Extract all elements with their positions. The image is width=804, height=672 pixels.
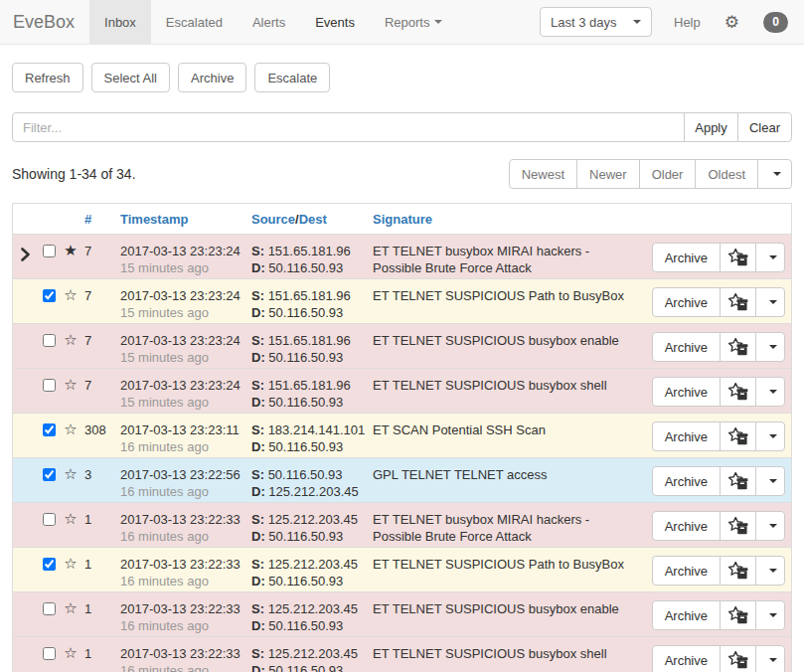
event-row[interactable]: ★ 7 2017-03-13 23:23:24 15 minutes ago S…: [13, 234, 791, 278]
navbar-right: Last 3 days Help ⚙ 0: [540, 0, 804, 44]
help-link[interactable]: Help: [674, 15, 701, 30]
relative-time: 15 minutes ago: [120, 259, 245, 276]
escalate-archive-button[interactable]: [720, 600, 756, 630]
escalate-archive-button[interactable]: [720, 377, 756, 407]
star-icon[interactable]: ☆: [61, 324, 82, 368]
row-select-checkbox[interactable]: [43, 334, 56, 347]
escalate-archive-button[interactable]: [720, 645, 756, 672]
apply-button[interactable]: Apply: [684, 112, 738, 142]
archive-button[interactable]: Archive: [652, 466, 721, 496]
sort-more-button[interactable]: [757, 159, 792, 189]
row-actions: Archive: [647, 637, 791, 672]
header-signature[interactable]: Signature: [371, 204, 647, 234]
escalate-archive-button[interactable]: [720, 421, 756, 451]
event-row[interactable]: ☆ 308 2017-03-13 23:23:11 16 minutes ago…: [13, 413, 791, 457]
archive-button[interactable]: Archive: [178, 63, 246, 92]
star-icon[interactable]: ☆: [61, 548, 82, 591]
archive-button[interactable]: Archive: [652, 287, 721, 317]
star-archive-icon: [727, 248, 748, 267]
row-select-checkbox[interactable]: [43, 245, 56, 257]
archive-button[interactable]: Archive: [652, 421, 721, 451]
row-more-button[interactable]: [755, 600, 785, 630]
archive-button[interactable]: Archive: [652, 243, 721, 272]
event-count-badge[interactable]: 0: [763, 12, 788, 33]
star-icon[interactable]: ☆: [61, 637, 82, 672]
header-timestamp[interactable]: Timestamp: [118, 204, 249, 234]
dest-label: D:: [251, 305, 265, 320]
escalate-archive-button[interactable]: [720, 511, 756, 541]
escalate-archive-button[interactable]: [720, 556, 756, 586]
archive-button[interactable]: Archive: [652, 511, 721, 541]
nav-item-reports[interactable]: Reports: [370, 0, 458, 44]
row-select-checkbox[interactable]: [43, 558, 56, 571]
star-icon[interactable]: ☆: [61, 279, 82, 323]
refresh-button[interactable]: Refresh: [12, 63, 83, 92]
event-row[interactable]: ☆ 7 2017-03-13 23:23:24 15 minutes ago S…: [13, 323, 791, 368]
sort-older-button[interactable]: Older: [639, 159, 697, 189]
select-all-button[interactable]: Select All: [91, 63, 170, 92]
app-brand[interactable]: EveBox: [0, 0, 89, 44]
row-more-button[interactable]: [755, 645, 785, 672]
row-more-button[interactable]: [755, 511, 785, 541]
event-row[interactable]: ☆ 1 2017-03-13 23:22:33 16 minutes ago S…: [13, 502, 791, 547]
archive-button[interactable]: Archive: [652, 377, 721, 407]
star-icon[interactable]: ☆: [61, 369, 82, 413]
timestamp-cell: 2017-03-13 23:22:33 16 minutes ago: [118, 637, 249, 672]
row-select-checkbox[interactable]: [43, 379, 56, 392]
archive-button[interactable]: Archive: [652, 556, 721, 586]
star-icon[interactable]: ☆: [61, 414, 82, 457]
nav-item-alerts[interactable]: Alerts: [238, 0, 300, 44]
archive-button[interactable]: Archive: [652, 600, 721, 630]
event-row[interactable]: ☆ 1 2017-03-13 23:22:33 16 minutes ago S…: [13, 547, 791, 591]
dest-ip: 50.116.50.93: [268, 395, 343, 410]
event-row[interactable]: ☆ 1 2017-03-13 23:22:33 16 minutes ago S…: [13, 591, 791, 636]
row-select-checkbox[interactable]: [43, 423, 56, 436]
nav-item-escalated[interactable]: Escalated: [151, 0, 238, 44]
row-more-button[interactable]: [755, 556, 785, 586]
clear-button[interactable]: Clear: [737, 112, 792, 142]
star-icon[interactable]: ★: [61, 235, 82, 278]
time-range-select[interactable]: Last 3 days: [540, 7, 652, 37]
star-icon[interactable]: ☆: [61, 503, 82, 547]
dest-label: D:: [251, 484, 265, 499]
row-more-button[interactable]: [755, 243, 785, 272]
filter-input[interactable]: [12, 112, 685, 142]
escalate-archive-button[interactable]: [720, 287, 756, 317]
star-archive-icon: [727, 426, 748, 446]
header-source-dest[interactable]: Source/Dest: [249, 204, 371, 234]
nav-item-events[interactable]: Events: [300, 0, 370, 44]
event-row[interactable]: ☆ 3 2017-03-13 23:22:56 16 minutes ago S…: [13, 457, 791, 502]
star-icon[interactable]: ☆: [61, 592, 82, 636]
row-more-button[interactable]: [755, 332, 785, 362]
table-header-row: # Timestamp Source/Dest Signature: [13, 204, 791, 234]
source-ip: 125.212.203.45: [268, 601, 358, 616]
signature-text: GPL TELNET TELNET access: [371, 458, 647, 502]
archive-button[interactable]: Archive: [652, 332, 721, 362]
row-select-checkbox[interactable]: [43, 513, 56, 526]
dest-label: D:: [251, 260, 265, 275]
header-count[interactable]: #: [82, 204, 118, 234]
event-row[interactable]: ☆ 7 2017-03-13 23:23:24 15 minutes ago S…: [13, 278, 791, 323]
escalate-button[interactable]: Escalate: [254, 63, 330, 92]
event-row[interactable]: ☆ 1 2017-03-13 23:22:33 16 minutes ago S…: [13, 636, 791, 672]
row-more-button[interactable]: [755, 466, 785, 496]
row-more-button[interactable]: [755, 287, 785, 317]
row-select-checkbox[interactable]: [43, 602, 56, 615]
row-more-button[interactable]: [755, 377, 785, 407]
row-select-checkbox[interactable]: [43, 468, 56, 481]
escalate-archive-button[interactable]: [720, 332, 756, 362]
archive-button[interactable]: Archive: [652, 645, 721, 672]
nav-item-inbox[interactable]: Inbox: [89, 0, 151, 44]
star-icon[interactable]: ☆: [61, 458, 82, 502]
row-select-checkbox[interactable]: [43, 647, 56, 660]
sort-newest-button[interactable]: Newest: [509, 159, 577, 189]
escalate-archive-button[interactable]: [720, 243, 756, 272]
row-more-button[interactable]: [755, 421, 785, 451]
escalate-archive-button[interactable]: [720, 466, 756, 496]
event-row[interactable]: ☆ 7 2017-03-13 23:23:24 15 minutes ago S…: [13, 368, 791, 413]
sort-newer-button[interactable]: Newer: [576, 159, 640, 189]
gear-icon[interactable]: ⚙: [724, 14, 739, 31]
timestamp-cell: 2017-03-13 23:23:24 15 minutes ago: [118, 324, 249, 368]
sort-oldest-button[interactable]: Oldest: [695, 159, 758, 189]
row-select-checkbox[interactable]: [43, 289, 56, 302]
